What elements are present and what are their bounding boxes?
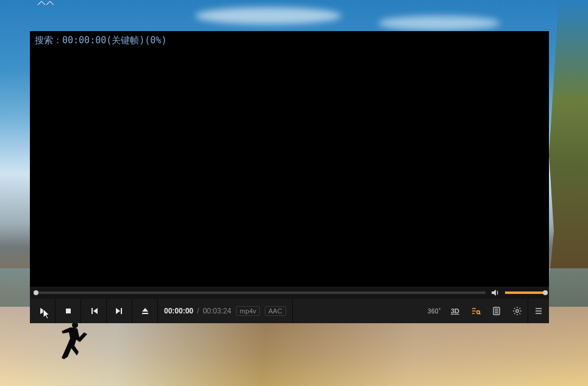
seek-thumb[interactable] [34,290,38,295]
progress-volume-row [30,287,549,299]
audio-codec-badge: AAC [265,306,286,316]
video-codec-badge: mp4v [236,306,260,316]
seek-bar[interactable] [34,291,486,294]
controls-bar: 00:00:00 / 00:03:24 mp4v AAC 360˚ 3D [30,299,549,323]
menu-button[interactable] [528,299,549,323]
settings-button[interactable] [507,299,528,323]
video-player-window: 搜索：00:00:00(关键帧)(0%) [30,31,549,323]
scenery-cloud [378,16,500,30]
desktop-background: 搜索：00:00:00(关键帧)(0%) [0,0,588,386]
video-canvas[interactable]: 搜索：00:00:00(关键帧)(0%) [30,31,549,287]
three-d-label: 3D [451,307,459,315]
volume-thumb[interactable] [543,290,548,295]
volume-icon[interactable] [490,288,500,298]
bookmark-search-button[interactable] [465,299,486,323]
volume-fill [505,291,545,294]
controls-spacer [293,299,424,323]
svg-point-4 [516,310,518,312]
scenery-runner-silhouette [58,320,91,363]
time-current: 00:00:00 [164,307,193,315]
three-d-button[interactable]: 3D [445,299,465,323]
time-separator: / [197,307,199,315]
eject-open-button[interactable] [132,299,158,323]
previous-button[interactable] [81,299,107,323]
scenery-cloud [195,7,342,24]
time-codec-panel: 00:00:00 / 00:03:24 mp4v AAC [158,299,293,323]
svg-rect-1 [66,309,71,313]
play-button[interactable] [30,299,56,323]
svg-point-2 [477,311,480,314]
vr-360-button[interactable]: 360˚ [424,299,445,323]
playlist-button[interactable] [486,299,507,323]
vr-360-label: 360˚ [428,308,441,315]
stop-button[interactable] [56,299,81,323]
next-button[interactable] [107,299,132,323]
seek-status-overlay: 搜索：00:00:00(关键帧)(0%) [35,35,167,46]
desktop-icon-partial[interactable] [35,0,54,6]
time-duration: 00:03:24 [203,307,231,315]
volume-slider[interactable] [505,291,545,294]
